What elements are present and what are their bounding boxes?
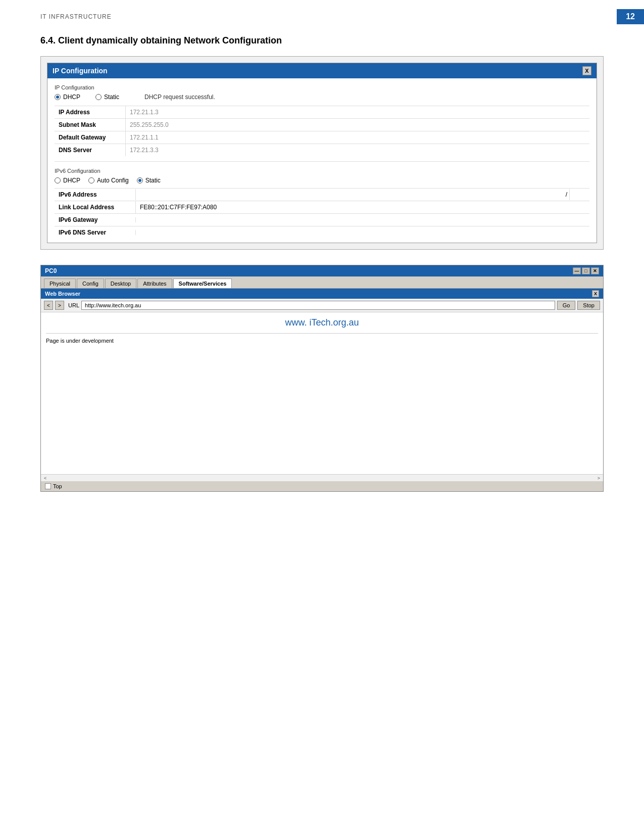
static-label: Static (104, 94, 119, 101)
pc0-content: Web Browser X < > URL Go Stop www. iTech… (41, 289, 603, 481)
ip-config-close-button[interactable]: X (582, 66, 591, 75)
forward-button[interactable]: > (55, 301, 64, 310)
scroll-right-arrow[interactable]: > (596, 476, 602, 481)
url-input[interactable] (81, 301, 555, 310)
static-radio-circle[interactable] (95, 94, 102, 100)
ip-config-dialog: IP Configuration X IP Configuration DHCP… (47, 63, 597, 243)
ipv6-section-label: IPv6 Configuration (55, 168, 589, 174)
close-window-button[interactable]: ✕ (591, 267, 599, 274)
top-checkbox[interactable] (45, 483, 51, 489)
ipv6-gateway-row: IPv6 Gateway (55, 213, 589, 226)
stop-button[interactable]: Stop (577, 301, 600, 310)
tab-desktop[interactable]: Desktop (105, 279, 136, 288)
pc0-footer: Top (41, 481, 603, 491)
scroll-left-arrow[interactable]: < (42, 476, 48, 481)
dhcp-radio-circle[interactable] (55, 94, 61, 100)
section-title: 6.4. Client dynamically obtaining Networ… (40, 35, 604, 46)
go-button[interactable]: Go (557, 301, 576, 310)
header-title: IT INFRASTRUCTURE (40, 9, 604, 20)
dhcp-label: DHCP (63, 94, 80, 101)
ip-address-value: 172.21.1.3 (125, 106, 589, 118)
dns-server-label: DNS Server (55, 144, 125, 156)
subnet-mask-value: 255.255.255.0 (125, 119, 589, 131)
ipv6-dns-value (135, 230, 589, 235)
ipv6-dhcp-label: DHCP (63, 177, 80, 184)
tab-physical[interactable]: Physical (44, 279, 76, 288)
ipv6-dhcp-radio[interactable]: DHCP (55, 177, 80, 184)
link-local-label: Link Local Address (55, 201, 135, 213)
maximize-button[interactable]: □ (582, 267, 590, 274)
ip-config-wrapper: IP Configuration X IP Configuration DHCP… (40, 56, 604, 250)
ipv6-section: IPv6 Configuration DHCP Auto Config Stat… (55, 161, 589, 239)
tab-software-services[interactable]: Software/Services (173, 279, 232, 288)
pc0-window: PC0 — □ ✕ Physical Config Desktop Attrib… (40, 265, 604, 492)
web-page-text: Page is under development (46, 338, 598, 344)
ipv6-gateway-label: IPv6 Gateway (55, 214, 135, 226)
ip-address-row: IP Address 172.21.1.3 (55, 106, 589, 118)
default-gateway-row: Default Gateway 172.21.1.1 (55, 131, 589, 144)
ipv6-dhcp-circle[interactable] (55, 177, 61, 183)
ip-radio-row: DHCP Static DHCP request successful. (55, 94, 589, 101)
subnet-mask-label: Subnet Mask (55, 119, 125, 131)
ipv6-static-circle[interactable] (137, 177, 143, 183)
static-radio-item[interactable]: Static (95, 94, 119, 101)
web-browser-title: Web Browser (45, 291, 80, 297)
url-label: URL (68, 302, 79, 308)
tab-attributes[interactable]: Attributes (137, 279, 172, 288)
page-header: IT INFRASTRUCTURE (0, 0, 644, 20)
ipv6-radio-row: DHCP Auto Config Static (55, 177, 589, 184)
ipv6-address-label: IPv6 Address (55, 189, 135, 201)
ipv6-slash: / (564, 191, 569, 198)
ipv6-address-row: IPv6 Address / (55, 188, 589, 201)
web-browser-nav: < > URL Go Stop (41, 299, 603, 312)
pc0-window-controls: — □ ✕ (573, 267, 599, 274)
minimize-button[interactable]: — (573, 267, 581, 274)
ipv6-autoconfig-radio[interactable]: Auto Config (88, 177, 129, 184)
link-local-row: Link Local Address FE80::201:C7FF:FE97:A… (55, 201, 589, 213)
ipv6-dns-row: IPv6 DNS Server (55, 226, 589, 239)
web-divider (46, 333, 598, 334)
ip-fields: IP Address 172.21.1.3 Subnet Mask 255.25… (55, 106, 589, 156)
horizontal-scrollbar[interactable]: < > (41, 474, 603, 481)
ipv6-gateway-value (135, 217, 589, 222)
ipv6-static-radio[interactable]: Static (137, 177, 161, 184)
web-site-title: www. iTech.org.au (46, 317, 598, 328)
ip-config-title: IP Configuration (53, 67, 108, 75)
ipv6-prefix-input[interactable] (569, 189, 589, 200)
web-content: www. iTech.org.au Page is under developm… (41, 312, 603, 474)
ip-address-label: IP Address (55, 106, 125, 118)
top-checkbox-label: Top (53, 483, 62, 489)
ipv6-autoconfig-label: Auto Config (97, 177, 129, 184)
subnet-mask-row: Subnet Mask 255.255.255.0 (55, 118, 589, 131)
pc0-titlebar: PC0 — □ ✕ (41, 265, 603, 276)
dns-server-row: DNS Server 172.21.3.3 (55, 144, 589, 156)
default-gateway-label: Default Gateway (55, 131, 125, 144)
tab-config[interactable]: Config (77, 279, 104, 288)
default-gateway-value: 172.21.1.1 (125, 131, 589, 144)
web-browser-window: Web Browser X < > URL Go Stop www. iTech… (41, 289, 603, 481)
web-browser-titlebar: Web Browser X (41, 289, 603, 299)
dhcp-radio-item[interactable]: DHCP (55, 94, 80, 101)
pc0-tabs: Physical Config Desktop Attributes Softw… (41, 276, 603, 289)
ipv6-dns-label: IPv6 DNS Server (55, 226, 135, 239)
ipv6-autoconfig-circle[interactable] (88, 177, 94, 183)
ip-section-label: IP Configuration (55, 84, 589, 90)
back-button[interactable]: < (44, 301, 53, 310)
ip-config-titlebar: IP Configuration X (47, 63, 597, 78)
top-checkbox-item[interactable]: Top (45, 483, 62, 489)
ipv6-address-input[interactable] (135, 189, 564, 200)
pc0-title: PC0 (45, 267, 57, 274)
link-local-value: FE80::201:C7FF:FE97:A080 (135, 201, 589, 213)
dns-server-value: 172.21.3.3 (125, 144, 589, 156)
dhcp-status: DHCP request successful. (144, 94, 215, 101)
ipv6-static-label: Static (145, 177, 161, 184)
web-browser-close-button[interactable]: X (592, 290, 599, 297)
ip-config-body: IP Configuration DHCP Static DHCP reques… (47, 78, 597, 243)
